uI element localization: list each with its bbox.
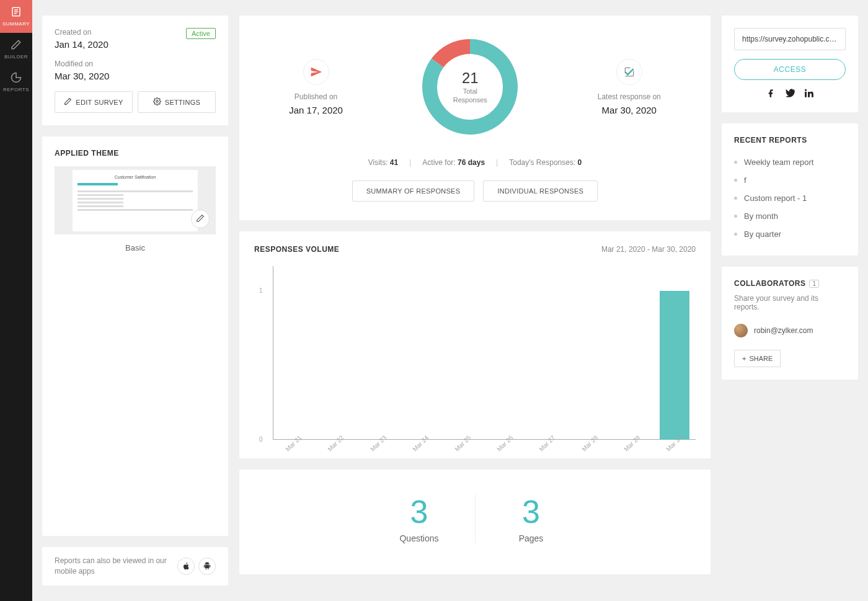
reports-title: RECENT REPORTS [734,136,846,145]
active-value: 76 days [458,158,485,167]
recent-reports-card: RECENT REPORTS Weekly team reportfCustom… [722,123,858,256]
theme-card: APPLIED THEME Customer Satification [42,136,228,536]
pie-icon [11,72,22,84]
nav-item-builder[interactable]: BUILDER [0,33,32,66]
today-label: Today's Responses: [509,158,575,167]
created-value: Jan 14, 2020 [55,39,216,50]
access-card: https://survey.zohopublic.co… ACCESS [722,16,858,112]
collab-count: 1 [809,280,819,288]
paper-plane-icon [303,59,329,85]
access-button[interactable]: ACCESS [734,59,846,80]
report-item[interactable]: Custom report - 1 [734,189,846,207]
pages-label: Pages [476,533,587,543]
chart-xlabel: Mar 23 [369,434,388,453]
chart-xlabel: Mar 28 [580,434,599,453]
summary-responses-button[interactable]: SUMMARY OF RESPONSES [352,180,475,202]
nav-label: REPORTS [3,87,29,92]
collab-subtitle: Share your survey and its reports. [734,294,846,311]
status-badge: Active [186,28,216,39]
chart-xlabel: Mar 27 [538,434,557,453]
published-value: Jan 17, 2020 [289,105,343,115]
report-item[interactable]: By month [734,207,846,225]
share-label: SHARE [749,355,773,362]
latest-label: Latest response on [598,92,661,101]
gear-icon [153,97,161,107]
chart-title: RESPONSES VOLUME [254,245,339,254]
edit-theme-button[interactable] [191,210,210,228]
linkedin-icon[interactable] [805,89,814,100]
latest-value: Mar 30, 2020 [602,105,657,115]
edit-survey-button[interactable]: EDIT SURVEY [55,91,133,113]
settings-label: SETTINGS [165,99,200,106]
responses-volume-card: RESPONSES VOLUME Mar 21, 2020 - Mar 30, … [239,231,711,458]
svg-point-4 [156,100,158,102]
chart-xlabel: Mar 21 [285,434,303,453]
donut-chart: 21 Total Responses [417,34,523,140]
mock-title: Customer Satification [78,175,193,179]
latest-block: Latest response on Mar 30, 2020 [598,59,661,115]
questions-pages-card: 3 Questions 3 Pages [239,470,711,574]
pencil-icon [196,214,205,225]
android-icon[interactable] [198,558,216,575]
settings-button[interactable]: SETTINGS [138,91,216,113]
twitter-icon[interactable] [786,89,795,100]
theme-title: APPLIED THEME [55,149,216,158]
chart-xlabel: Mar 22 [327,434,345,453]
pencil-icon [11,39,22,51]
plus-icon: + [742,355,746,362]
report-item[interactable]: Weekly team report [734,153,846,171]
individual-responses-button[interactable]: INDIVIDUAL RESPONSES [483,180,598,202]
donut-label-1: Total [463,87,477,96]
active-label: Active for: [422,158,455,167]
collab-title: COLLABORATORS [734,279,805,288]
theme-preview: Customer Satification [55,166,216,234]
chart-xlabel: Mar 25 [453,434,472,453]
modified-value: Mar 30, 2020 [55,71,216,81]
collaborators-card: COLLABORATORS 1 Share your survey and it… [722,267,858,380]
theme-mockup: Customer Satification [73,170,198,231]
avatar [734,324,748,337]
hero-card: Published on Jan 17, 2020 21 Total Respo… [239,16,711,220]
report-item[interactable]: By quarter [734,225,846,243]
mobile-text: Reports can also be viewed in our mobile… [55,556,171,577]
today-value: 0 [578,158,582,167]
visits-label: Visits: [368,158,388,167]
chart-ytick: 0 [259,436,263,443]
collab-email: robin@zylker.com [754,326,813,335]
theme-name: Basic [55,243,216,252]
pages-num: 3 [476,494,587,530]
meta-card: Active Created on Jan 14, 2020 Modified … [42,16,228,125]
facebook-icon[interactable] [766,89,776,100]
modified-label: Modified on [55,60,216,68]
nav-label: SUMMARY [2,21,30,27]
published-block: Published on Jan 17, 2020 [289,59,343,115]
summary-icon [11,6,22,19]
chart-xlabel: Mar 26 [496,434,515,453]
nav-item-reports[interactable]: REPORTS [0,66,32,99]
chart-ytick: 1 [259,287,263,294]
pencil-icon [64,97,72,107]
share-button[interactable]: + SHARE [734,350,781,367]
chart-xlabel: Mar 24 [411,434,430,453]
survey-url[interactable]: https://survey.zohopublic.co… [734,28,846,50]
sidebar-nav: SUMMARY BUILDER REPORTS [0,0,32,601]
check-icon [616,59,642,85]
chart-xlabel: Mar 29 [622,434,641,453]
edit-survey-label: EDIT SURVEY [76,99,123,106]
report-list: Weekly team reportfCustom report - 1By m… [734,153,846,243]
questions-block: 3 Questions [363,494,475,543]
questions-label: Questions [363,533,475,543]
stats-row: Visits: 41 | Active for: 76 days | Today… [252,158,698,167]
collaborator-row: robin@zylker.com [734,324,846,337]
visits-value: 41 [390,158,398,167]
mobile-apps-card: Reports can also be viewed in our mobile… [42,547,228,585]
nav-item-summary[interactable]: SUMMARY [0,0,32,33]
chart-body: Mar 21Mar 22Mar 23Mar 24Mar 25Mar 26Mar … [273,266,696,440]
chart-range: Mar 21, 2020 - Mar 30, 2020 [601,245,696,254]
report-item[interactable]: f [734,171,846,189]
published-label: Published on [294,92,337,101]
questions-num: 3 [363,494,475,530]
apple-icon[interactable] [177,558,195,575]
pages-block: 3 Pages [475,494,587,543]
chart-bar [660,291,689,440]
